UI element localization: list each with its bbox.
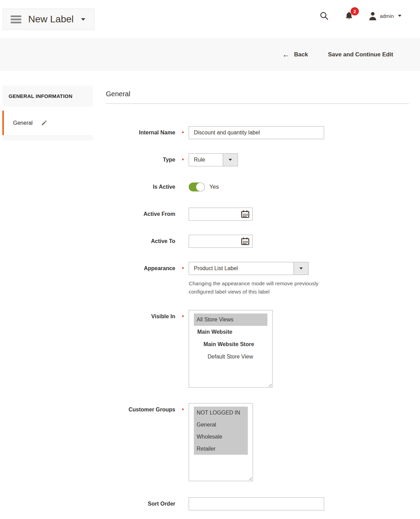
resize-handle[interactable] xyxy=(268,383,272,387)
admin-account-menu[interactable]: admin xyxy=(369,12,401,20)
action-toolbar: ← Back Save and Continue Edit xyxy=(0,38,420,71)
sort-order-input[interactable] xyxy=(189,497,324,510)
required-asterisk: * xyxy=(182,126,184,140)
general-form: Internal Name * Type * Rule xyxy=(106,126,409,510)
is-active-value: Yes xyxy=(209,184,219,190)
internal-name-input[interactable] xyxy=(189,126,324,139)
sidebar-section-title: GENERAL INFORMATION xyxy=(2,86,93,107)
active-from-row: Active From xyxy=(106,208,409,221)
appearance-row: Appearance * Product List Label Changing… xyxy=(106,262,409,296)
calendar-icon[interactable] xyxy=(241,237,250,245)
customer-groups-label: Customer Groups * xyxy=(106,403,189,416)
save-and-continue-button[interactable]: Save and Continue Edit xyxy=(328,51,393,58)
required-asterisk: * xyxy=(182,404,184,417)
edit-pencil-icon xyxy=(41,120,47,126)
list-option-all-store-views[interactable]: All Store Views xyxy=(194,313,267,326)
appearance-note: Changing the appearance mode will remove… xyxy=(189,279,321,296)
menu-icon[interactable] xyxy=(11,15,21,23)
list-option-default-store-view[interactable]: Default Store View xyxy=(194,351,267,363)
sidebar-tab-label: General xyxy=(13,120,33,126)
type-label: Type * xyxy=(106,153,189,166)
calendar-icon[interactable] xyxy=(241,210,250,218)
sort-order-label: Sort Order xyxy=(106,497,189,510)
visible-in-row: Visible In * All Store Views Main Websit… xyxy=(106,310,409,388)
sort-order-row: Sort Order xyxy=(106,497,409,510)
back-arrow-icon: ← xyxy=(283,51,290,58)
appearance-select-value: Product List Label xyxy=(189,265,294,272)
list-option-not-logged-in[interactable]: NOT LOGGED IN xyxy=(194,407,248,419)
main-panel: General Internal Name * Type * xyxy=(106,86,409,510)
sidebar: GENERAL INFORMATION General xyxy=(2,86,93,141)
sidebar-tabs: General xyxy=(2,111,93,141)
internal-name-label: Internal Name * xyxy=(106,126,189,139)
back-button-label: Back xyxy=(294,51,308,58)
chevron-down-icon xyxy=(398,15,401,17)
internal-name-row: Internal Name * xyxy=(106,126,409,139)
list-option-general[interactable]: General xyxy=(194,419,248,431)
type-select[interactable]: Rule xyxy=(189,153,238,166)
customer-groups-row: Customer Groups * NOT LOGGED IN General … xyxy=(106,403,409,481)
notification-count-badge: 2 xyxy=(351,7,359,15)
active-to-row: Active To xyxy=(106,235,409,248)
sidebar-tab-general[interactable]: General xyxy=(2,111,93,135)
section-divider xyxy=(106,103,409,104)
list-option-wholesale[interactable]: Wholesale xyxy=(194,431,248,443)
chevron-down-icon xyxy=(299,267,303,269)
active-from-label: Active From xyxy=(106,208,189,221)
type-select-value: Rule xyxy=(189,157,223,163)
content-area: GENERAL INFORMATION General General Inte… xyxy=(0,86,420,510)
required-asterisk: * xyxy=(182,310,184,323)
customer-groups-listbox[interactable]: NOT LOGGED IN General Wholesale Retailer xyxy=(189,403,253,481)
type-row: Type * Rule xyxy=(106,153,409,166)
chevron-down-icon xyxy=(229,159,232,161)
section-heading: General xyxy=(106,90,409,98)
page-title: New Label xyxy=(28,14,74,25)
list-option-main-website-store[interactable]: Main Website Store xyxy=(194,338,267,351)
is-active-row: Is Active Yes xyxy=(106,180,409,194)
page-header: New Label 2 admin xyxy=(0,0,420,38)
visible-in-listbox[interactable]: All Store Views Main Website Main Websit… xyxy=(189,310,273,388)
save-and-continue-label: Save and Continue Edit xyxy=(328,51,393,58)
page-title-box: New Label xyxy=(3,9,95,30)
header-actions: 2 admin xyxy=(320,11,401,21)
is-active-toggle[interactable] xyxy=(189,183,205,191)
chevron-down-icon[interactable] xyxy=(81,18,85,21)
select-dropdown-button[interactable] xyxy=(294,262,308,275)
select-dropdown-button[interactable] xyxy=(223,154,237,166)
list-option-retailer[interactable]: Retailer xyxy=(194,443,248,455)
appearance-label: Appearance * xyxy=(106,262,189,275)
admin-username: admin xyxy=(380,13,394,19)
list-option-main-website[interactable]: Main Website xyxy=(194,326,267,338)
active-to-label: Active To xyxy=(106,235,189,248)
is-active-label: Is Active xyxy=(106,180,189,194)
appearance-select[interactable]: Product List Label xyxy=(189,262,309,275)
resize-handle[interactable] xyxy=(248,476,252,480)
required-asterisk: * xyxy=(182,262,184,275)
required-asterisk: * xyxy=(182,154,184,167)
search-icon[interactable] xyxy=(320,11,329,20)
person-icon xyxy=(369,12,377,20)
notifications-bell-icon[interactable]: 2 xyxy=(344,11,354,21)
visible-in-label: Visible In * xyxy=(106,310,189,323)
back-button[interactable]: ← Back xyxy=(283,51,308,58)
